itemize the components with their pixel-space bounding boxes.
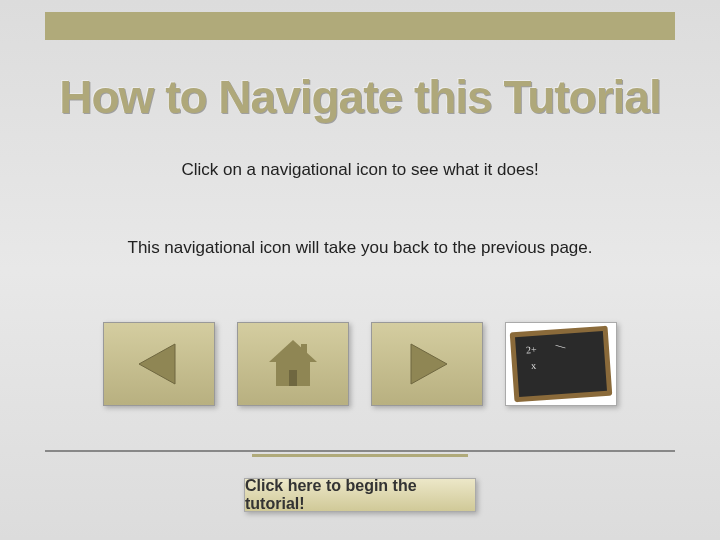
page-title: How to Navigate this Tutorial	[0, 70, 720, 124]
home-button[interactable]	[237, 322, 349, 406]
svg-marker-5	[411, 344, 447, 384]
back-arrow-icon	[131, 336, 187, 392]
divider-line	[45, 450, 675, 452]
chalkboard-icon: 2+ x —	[510, 326, 613, 403]
home-icon	[263, 334, 323, 394]
page-subtitle: Click on a navigational icon to see what…	[0, 160, 720, 180]
nav-icon-row: 2+ x —	[0, 322, 720, 406]
svg-rect-3	[289, 370, 297, 386]
lesson-button[interactable]: 2+ x —	[505, 322, 617, 406]
icon-description: This navigational icon will take you bac…	[0, 238, 720, 258]
forward-arrow-icon	[399, 336, 455, 392]
svg-rect-4	[301, 344, 307, 356]
begin-tutorial-button[interactable]: Click here to begin the tutorial!	[244, 478, 476, 512]
header-accent-bar	[45, 12, 675, 40]
svg-marker-0	[139, 344, 175, 384]
divider-accent	[252, 454, 468, 457]
back-button[interactable]	[103, 322, 215, 406]
forward-button[interactable]	[371, 322, 483, 406]
svg-marker-1	[269, 340, 317, 362]
